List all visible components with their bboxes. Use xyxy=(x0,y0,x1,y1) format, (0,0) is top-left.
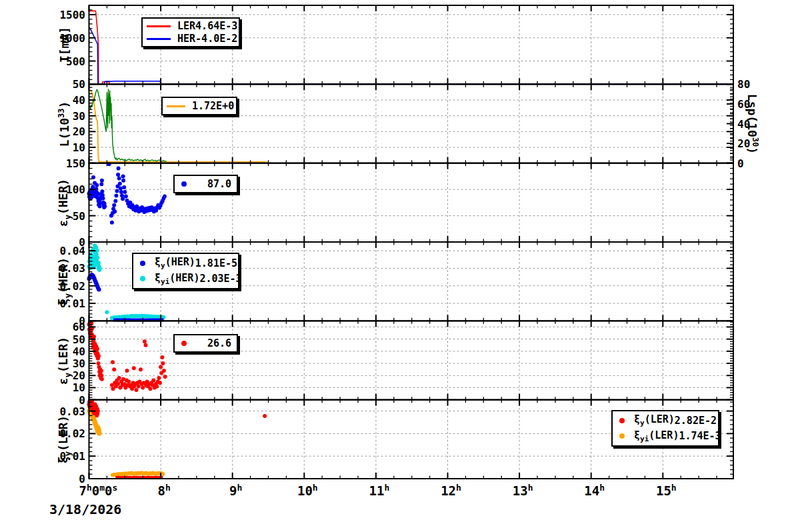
legend-ey-ler: 26.6 xyxy=(173,334,238,353)
legend-entry-xiy-her: ξy(HER) 1.81E-5 xyxy=(137,256,233,270)
beam-monitor-chart: LER 4.64E-3 HER -4.0E-2 1.72E+0 87.0 ξy(… xyxy=(0,0,800,532)
y-tick-label: 10 xyxy=(73,141,85,154)
legend-label: LER xyxy=(177,20,195,32)
ey-her-dot-swatch xyxy=(181,181,187,187)
y-tick-label: 50 xyxy=(73,78,85,91)
y-tick-label: 20 xyxy=(73,125,85,138)
x-tick-label: 12h xyxy=(441,483,461,498)
legend-value: 4.64E-3 xyxy=(195,20,237,32)
legend-label: ξyi(HER) xyxy=(155,272,199,286)
y-tick-label: 50 xyxy=(73,209,85,222)
y-tick-label: 50 xyxy=(73,333,85,345)
legend-entry-her: HER -4.0E-2 xyxy=(147,33,233,45)
legend-entry-xiy-ler: ξy(LER) 2.82E-2 xyxy=(617,413,713,427)
date-label: 3/18/2026 xyxy=(49,501,121,517)
legend-entry-xiyi-her: ξyi(HER) 2.03E-3 xyxy=(137,272,233,286)
legend-entry-lsp: 1.72E+0 xyxy=(167,100,231,112)
legend-label: HER xyxy=(177,33,195,45)
legend-currents: LER 4.64E-3 HER -4.0E-2 xyxy=(141,17,240,47)
legend-xiy-ler: ξy(LER) 2.82E-2 ξyi(LER) 1.74E-3 xyxy=(611,410,719,447)
legend-ey-her: 87.0 xyxy=(173,175,238,193)
x-tick-label: 15h xyxy=(656,483,677,498)
y-tick-label: 150 xyxy=(66,157,85,169)
legend-value: 1.81E-5 xyxy=(195,257,237,269)
y-tick-label: 40 xyxy=(73,345,85,357)
xiy-ler-dot-swatch xyxy=(619,418,625,423)
right-y-tick-label: 0 xyxy=(737,157,744,169)
legend-value: 2.82E-2 xyxy=(675,415,717,427)
y-tick-label: 30 xyxy=(73,357,85,370)
ey-ler-dot-swatch xyxy=(181,341,187,346)
y-tick-label: 1500 xyxy=(59,8,85,21)
legend-entry-ey-ler: 26.6 xyxy=(179,337,231,349)
x-tick-label: 13h xyxy=(513,483,533,498)
legend-xiy-her: ξy(HER) 1.81E-5 ξyi(HER) 2.03E-3 xyxy=(132,253,239,289)
legend-entry-ey-her: 87.0 xyxy=(179,178,231,190)
lsp-line-swatch xyxy=(167,105,185,107)
chart-canvas xyxy=(0,0,800,532)
legend-value: 2.03E-3 xyxy=(199,273,241,285)
x-tick-label: 7h0m0s xyxy=(79,483,118,498)
legend-entry-ler: LER 4.64E-3 xyxy=(147,20,233,32)
x-tick-label: 8h xyxy=(157,483,170,498)
her-line-swatch xyxy=(147,38,171,40)
ler-line-swatch xyxy=(147,25,171,27)
right-y-tick-label: 80 xyxy=(737,78,750,91)
legend-value: -4.0E-2 xyxy=(195,33,237,45)
legend-value: 1.72E+0 xyxy=(192,100,234,112)
y-tick-label: 60 xyxy=(73,321,85,333)
legend-value: 1.74E-3 xyxy=(679,430,721,442)
legend-value: 26.6 xyxy=(207,337,231,349)
x-tick-label: 14h xyxy=(584,483,605,498)
y-tick-label: 0.04 xyxy=(59,245,85,257)
y-tick-label: 40 xyxy=(73,94,85,107)
xiyi-ler-dot-swatch xyxy=(619,433,625,439)
x-tick-label: 10h xyxy=(297,483,318,498)
legend-label: ξy(LER) xyxy=(634,413,675,427)
legend-label: ξy(HER) xyxy=(155,256,195,270)
x-tick-label: 11h xyxy=(369,483,390,498)
y-tick-label: 20 xyxy=(73,369,85,382)
xiyi-her-dot-swatch xyxy=(140,276,145,281)
y-tick-label: 30 xyxy=(73,109,85,122)
xiy-her-dot-swatch xyxy=(140,261,145,266)
legend-luminosity: 1.72E+0 xyxy=(161,97,237,115)
legend-value: 87.0 xyxy=(207,178,231,190)
x-tick-label: 9h xyxy=(229,483,242,498)
legend-label: ξyi(LER) xyxy=(634,429,679,443)
y-tick-label: 10 xyxy=(73,381,85,394)
legend-entry-xiyi-ler: ξyi(LER) 1.74E-3 xyxy=(617,429,713,443)
